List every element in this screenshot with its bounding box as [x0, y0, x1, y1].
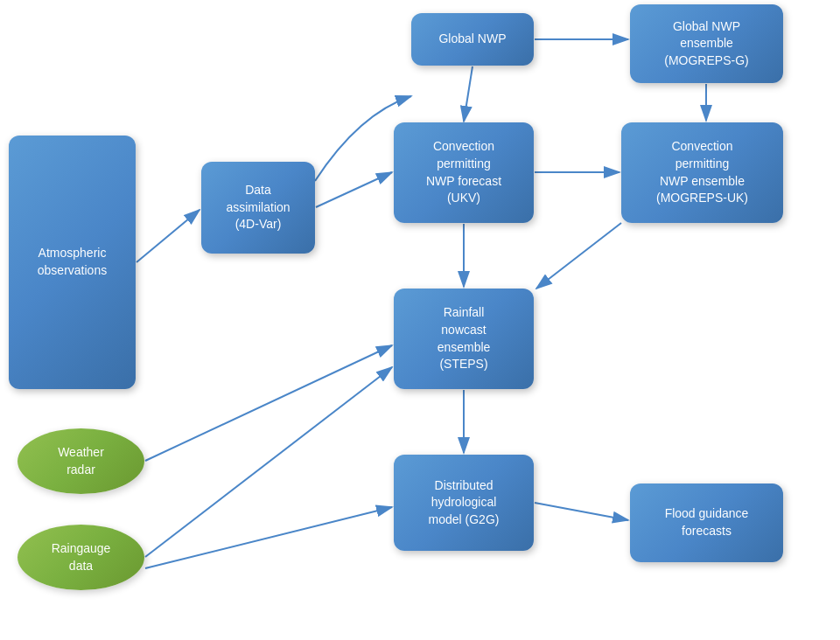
svg-line-9	[535, 503, 628, 520]
raingauge-oval: Raingaugedata	[18, 525, 144, 590]
svg-line-2	[464, 66, 472, 122]
flood-guidance-box: Flood guidanceforecasts	[630, 483, 783, 562]
hydro-model-box: Distributedhydrologicalmodel (G2G)	[394, 455, 534, 551]
svg-line-10	[145, 345, 392, 461]
svg-line-7	[536, 223, 621, 289]
rainfall-nowcast-box: Rainfallnowcastensemble(STEPS)	[394, 289, 534, 389]
svg-line-12	[145, 507, 392, 568]
conv-nwp-forecast-box: ConvectionpermittingNWP forecast(UKV)	[394, 122, 534, 223]
diagram-container: Atmospheric observations Dataassimilatio…	[0, 0, 840, 640]
conv-nwp-ensemble-box: ConvectionpermittingNWP ensemble(MOGREPS…	[621, 122, 783, 223]
global-nwp-ensemble-box: Global NWPensemble(MOGREPS-G)	[630, 4, 783, 83]
svg-line-0	[136, 210, 200, 262]
svg-line-11	[145, 367, 392, 557]
atmos-obs-box: Atmospheric observations	[9, 136, 136, 389]
global-nwp-box: Global NWP	[411, 13, 534, 66]
svg-line-1	[316, 172, 392, 207]
data-assimilation-box: Dataassimilation(4D-Var)	[201, 162, 315, 254]
weather-radar-oval: Weatherradar	[18, 428, 144, 494]
